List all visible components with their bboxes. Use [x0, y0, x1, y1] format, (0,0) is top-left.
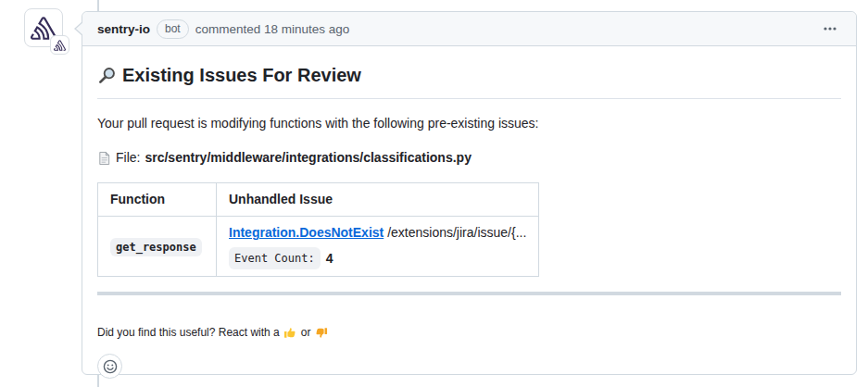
column-header-unhandled-issue: Unhandled Issue	[217, 183, 539, 217]
event-count-label-code: Event Count:	[229, 247, 321, 269]
useful-prompt-text: Did you find this useful? React with a	[97, 324, 280, 341]
intro-text: Your pull request is modifying functions…	[97, 114, 841, 133]
issues-table: Function Unhandled Issue get_response In…	[97, 182, 539, 277]
issue-line: Integration.DoesNotExist /extensions/jir…	[229, 223, 526, 243]
file-label: File:	[116, 148, 140, 168]
page-document-icon	[97, 151, 111, 166]
add-reaction-button[interactable]	[97, 354, 122, 379]
useful-prompt-or: or	[301, 324, 311, 341]
useful-prompt: Did you find this useful? React with a o…	[97, 324, 841, 341]
issue-link[interactable]: Integration.DoesNotExist	[229, 225, 384, 240]
comment-options-button[interactable]	[819, 18, 841, 40]
bot-identity-badge	[50, 35, 69, 55]
bot-badge: bot	[157, 19, 189, 39]
section-title: Existing Issues For Review	[97, 61, 841, 99]
action-verb: commented	[195, 22, 261, 36]
magnifying-glass-icon	[97, 66, 117, 85]
file-path: src/sentry/middleware/integrations/class…	[145, 148, 471, 168]
sentry-logo-small-icon	[54, 40, 66, 51]
thumbs-up-icon	[283, 326, 297, 340]
comment-action-text: commented 18 minutes ago	[195, 22, 350, 36]
table-header-row: Function Unhandled Issue	[98, 183, 539, 217]
function-name-code: get_response	[110, 238, 202, 256]
comment-body: Existing Issues For Review Your pull req…	[82, 46, 856, 387]
kebab-horizontal-icon	[823, 21, 837, 36]
horizontal-rule	[97, 292, 841, 295]
thumbs-down-icon	[314, 326, 328, 340]
file-line: File: src/sentry/middleware/integrations…	[97, 148, 841, 168]
timestamp-link[interactable]: 18 minutes ago	[264, 22, 349, 36]
speech-caret-fill	[76, 21, 84, 36]
event-count-line: Event Count: 4	[229, 247, 526, 269]
author-link[interactable]: sentry-io	[97, 22, 150, 36]
issue-path: /extensions/jira/issue/{...	[387, 225, 526, 240]
column-header-function: Function	[98, 183, 217, 217]
comment-header: sentry-io bot commented 18 minutes ago	[82, 12, 856, 46]
smiley-icon	[103, 359, 118, 374]
function-cell: get_response	[98, 217, 217, 277]
section-title-text: Existing Issues For Review	[122, 61, 361, 89]
issue-cell: Integration.DoesNotExist /extensions/jir…	[217, 217, 539, 277]
github-comment-page: sentry-io bot commented 18 minutes ago	[0, 0, 868, 387]
comment-container: sentry-io bot commented 18 minutes ago	[82, 11, 857, 375]
table-row: get_response Integration.DoesNotExist /e…	[98, 217, 539, 277]
event-count-value: 4	[326, 249, 333, 268]
